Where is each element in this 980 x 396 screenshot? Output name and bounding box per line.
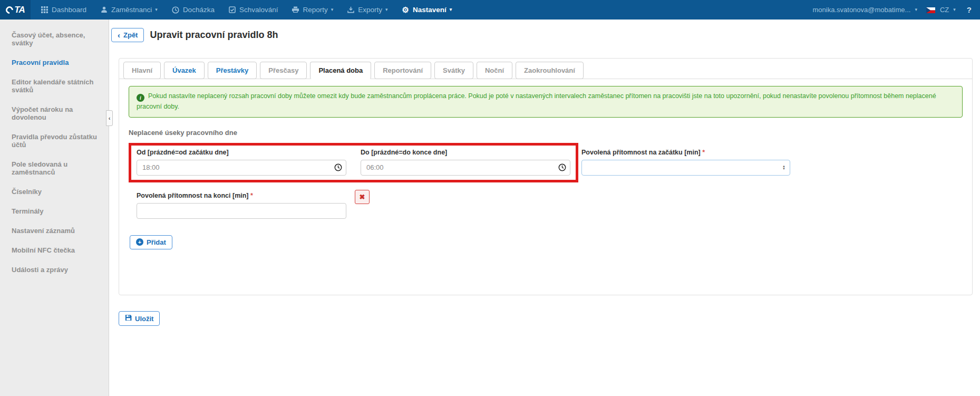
logo-text: TA bbox=[14, 5, 24, 15]
sidebar-item-label: Výpočet nároku na dovolenou bbox=[12, 105, 73, 121]
back-button-label: Zpět bbox=[123, 31, 138, 39]
check-square-icon bbox=[229, 6, 236, 13]
save-button[interactable]: Uložit bbox=[119, 311, 160, 326]
tab-bar: Hlavní Úvazek Přestávky Přesčasy Placená… bbox=[119, 59, 972, 79]
user-email[interactable]: monika.svatonova@mobatime... bbox=[813, 6, 911, 14]
sidebar-item-label: Mobilní NFC čtečka bbox=[12, 246, 75, 254]
label-text: Povolená přítomnost na začátku [min] bbox=[581, 149, 701, 156]
chevron-down-icon: ▾ bbox=[385, 7, 388, 12]
nav-label: Schvalování bbox=[239, 6, 278, 14]
field-allowed-end-label: Povolená přítomnost na konci [min] * bbox=[137, 192, 346, 199]
sidebar-item-editor-kalendare[interactable]: Editor kalendáře státních svátků bbox=[0, 73, 109, 99]
nav-item-exporty[interactable]: Exporty ▾ bbox=[347, 6, 387, 14]
user-icon bbox=[101, 6, 108, 13]
add-button[interactable]: + Přidat bbox=[130, 235, 172, 249]
field-allowed-end: Povolená přítomnost na konci [min] * bbox=[137, 192, 346, 219]
sidebar-item-ciselniky[interactable]: Číselníky bbox=[0, 182, 109, 201]
tab-prestavky[interactable]: Přestávky bbox=[208, 62, 257, 79]
nav-label: Exporty bbox=[358, 6, 382, 14]
nav-item-nastaveni[interactable]: ⚙ Nastavení ▾ bbox=[402, 6, 452, 14]
nav-item-reporty[interactable]: Reporty ▾ bbox=[292, 6, 333, 14]
nav-item-dashboard[interactable]: Dashboard bbox=[41, 6, 86, 14]
nav-item-dochazka[interactable]: Docházka bbox=[172, 6, 215, 14]
tab-nocni[interactable]: Noční bbox=[477, 62, 512, 79]
tab-placena-doba[interactable]: Placená doba bbox=[310, 62, 371, 79]
sidebar-item-label: Pole sledovaná u zaměstnanců bbox=[12, 160, 67, 176]
field-to-label: Do [prázdné=do konce dne] bbox=[361, 149, 570, 156]
sidebar-item-label: Číselníky bbox=[12, 188, 42, 196]
chevron-down-icon: ▾ bbox=[450, 7, 452, 12]
printer-icon bbox=[292, 6, 299, 13]
field-from-label: Od [prázdné=od začátku dne] bbox=[137, 149, 346, 156]
info-icon: i bbox=[137, 94, 144, 102]
nav-item-schvalovani[interactable]: Schvalování bbox=[229, 6, 278, 14]
clock-icon[interactable] bbox=[334, 163, 342, 173]
sidebar-item-label: Pracovní pravidla bbox=[12, 59, 69, 66]
sidebar-item-pracovni-pravidla[interactable]: Pracovní pravidla bbox=[0, 53, 109, 72]
label-text: Povolená přítomnost na konci [min] bbox=[137, 192, 249, 199]
sidebar-collapse-handle[interactable]: ‹ bbox=[106, 110, 113, 126]
stepper-icon[interactable]: ▲▼ bbox=[782, 165, 785, 170]
sidebar-item-pravidla-prevodu[interactable]: Pravidla převodu zůstatku účtů bbox=[0, 128, 109, 154]
chevron-down-icon[interactable]: ▾ bbox=[953, 7, 956, 12]
tab-svatky[interactable]: Svátky bbox=[434, 62, 473, 79]
sidebar-item-terminaly[interactable]: Terminály bbox=[0, 202, 109, 220]
allowed-end-input[interactable] bbox=[137, 203, 346, 219]
delete-row-button[interactable]: ✖ bbox=[355, 190, 370, 204]
chevron-down-icon[interactable]: ▾ bbox=[915, 7, 917, 12]
plus-circle-icon: + bbox=[136, 238, 143, 246]
sidebar-item-udalosti-zpravy[interactable]: Události a zprávy bbox=[0, 260, 109, 279]
clock-icon bbox=[172, 6, 179, 14]
sidebar-item-vypocet-naroku[interactable]: Výpočet nároku na dovolenou bbox=[0, 100, 109, 127]
nav-label: Reporty bbox=[303, 6, 327, 14]
tab-reportovani[interactable]: Reportování bbox=[374, 62, 431, 79]
chevron-down-icon: ▾ bbox=[331, 7, 334, 12]
save-icon bbox=[125, 314, 132, 323]
sidebar-item-pole-sledovana[interactable]: Pole sledovaná u zaměstnanců bbox=[0, 155, 109, 181]
sidebar-item-casovy-ucet[interactable]: Časový účet, absence, svátky bbox=[0, 26, 109, 52]
sidebar-item-nastaveni-zaznamu[interactable]: Nastavení záznamů bbox=[0, 221, 109, 240]
gear-icon: ⚙ bbox=[402, 6, 409, 14]
app-logo[interactable]: TA bbox=[0, 0, 31, 20]
field-allowed-start: Povolená přítomnost na začátku [min] * ▲… bbox=[581, 149, 790, 176]
from-time-input[interactable] bbox=[137, 160, 346, 176]
stepper-down-icon[interactable]: ▼ bbox=[782, 168, 785, 170]
allowed-start-input[interactable]: ▲▼ bbox=[581, 160, 790, 176]
content-panel: Hlavní Úvazek Přestávky Přesčasy Placená… bbox=[119, 58, 973, 295]
chevron-down-icon: ▾ bbox=[155, 7, 158, 12]
nav-label: Nastavení bbox=[413, 6, 447, 14]
chevron-left-icon: ‹ bbox=[118, 31, 120, 39]
chevron-left-icon: ‹ bbox=[109, 115, 111, 121]
tab-hlavni[interactable]: Hlavní bbox=[123, 62, 161, 79]
required-asterisk: * bbox=[702, 149, 705, 156]
sidebar-item-mobilni-nfc[interactable]: Mobilní NFC čtečka bbox=[0, 241, 109, 259]
tab-prescasy[interactable]: Přesčasy bbox=[260, 62, 307, 79]
sidebar-item-label: Editor kalendáře státních svátků bbox=[12, 78, 93, 94]
nav-label: Docházka bbox=[183, 6, 215, 14]
nav-label: Zaměstnanci bbox=[111, 6, 152, 14]
export-download-icon bbox=[347, 6, 354, 13]
sidebar-item-label: Události a zprávy bbox=[12, 266, 68, 274]
clock-icon[interactable] bbox=[558, 163, 566, 173]
sidebar-item-label: Pravidla převodu zůstatku účtů bbox=[12, 133, 97, 149]
to-time-input[interactable] bbox=[361, 160, 570, 176]
page-title: Upravit pracovní pravidlo 8h bbox=[150, 30, 278, 41]
sidebar-item-label: Terminály bbox=[12, 207, 43, 215]
sidebar-item-label: Časový účet, absence, svátky bbox=[12, 31, 85, 47]
back-button[interactable]: ‹ Zpět bbox=[111, 28, 144, 42]
delete-x-icon: ✖ bbox=[360, 193, 365, 201]
help-icon[interactable]: ? bbox=[967, 5, 972, 14]
language-label[interactable]: CZ bbox=[940, 6, 949, 14]
save-button-label: Uložit bbox=[135, 315, 153, 323]
info-alert: iPokud nastavíte neplacený rozsah pracov… bbox=[129, 86, 963, 118]
tab-zaokrouhlovani[interactable]: Zaokrouhlování bbox=[516, 62, 584, 79]
clock-logo-icon bbox=[4, 5, 15, 15]
nav-item-zamestnanci[interactable]: Zaměstnanci ▾ bbox=[101, 6, 158, 14]
add-button-label: Přidat bbox=[147, 238, 166, 246]
highlight-rectangle: Od [prázdné=od začátku dne] Do [prázdné=… bbox=[129, 143, 578, 182]
section-title: Neplacené úseky pracovního dne bbox=[129, 129, 963, 137]
tab-uvazek[interactable]: Úvazek bbox=[164, 62, 205, 79]
czech-flag-icon[interactable] bbox=[926, 7, 935, 13]
plus-glyph: + bbox=[138, 239, 141, 245]
nav-label: Dashboard bbox=[52, 6, 86, 14]
